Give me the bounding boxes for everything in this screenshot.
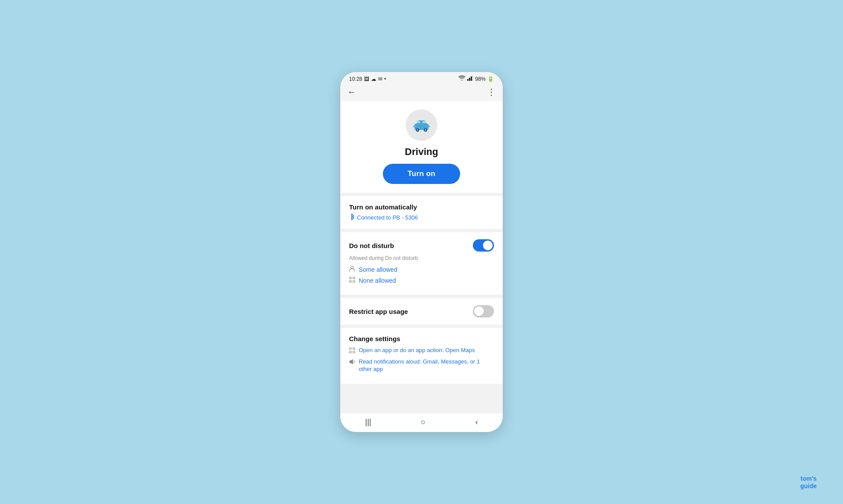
svg-rect-3: [472, 76, 473, 81]
svg-point-8: [417, 129, 418, 131]
dnd-title: Do not disturb: [349, 242, 394, 249]
read-notifications-item[interactable]: Read notifications aloud: Gmail, Message…: [349, 358, 494, 373]
status-right: 98% 🔋: [458, 76, 494, 82]
apps-icon-settings: [349, 347, 355, 355]
svg-rect-11: [413, 126, 415, 127]
svg-point-13: [351, 266, 353, 269]
svg-rect-12: [428, 126, 430, 127]
watermark: tom's guide: [800, 475, 817, 490]
dnd-header: Do not disturb: [349, 239, 494, 252]
dnd-toggle[interactable]: [473, 239, 494, 252]
home-button[interactable]: ○: [421, 418, 426, 427]
svg-rect-2: [471, 76, 472, 81]
open-app-text: Open an app or do an app action: Open Ma…: [359, 347, 475, 354]
signal-icon: [467, 76, 473, 82]
watermark-line2: guide: [800, 482, 817, 490]
svg-rect-15: [353, 277, 355, 279]
bluetooth-device-text: Connected to PB - 5306: [357, 214, 418, 221]
svg-rect-6: [422, 121, 426, 123]
svg-rect-21: [353, 351, 355, 353]
svg-rect-22: [349, 360, 351, 363]
person-icon: [349, 266, 355, 273]
apps-icon-dnd: [349, 277, 355, 284]
recents-button[interactable]: |||: [365, 418, 371, 427]
status-bar: 10:28 🖼 ☁ ✉ •: [340, 72, 503, 84]
hero-section: Driving Turn on: [340, 101, 503, 193]
restrict-row: Restrict app usage: [349, 305, 494, 317]
svg-rect-0: [467, 79, 468, 81]
svg-rect-17: [353, 281, 355, 282]
none-allowed-text: None allowed: [359, 277, 396, 284]
wifi-icon: [458, 76, 465, 82]
dot-indicator: •: [384, 76, 386, 82]
page-title: Driving: [405, 146, 438, 158]
turn-on-button[interactable]: Turn on: [383, 164, 460, 184]
car-icon-wrapper: [406, 109, 437, 141]
dnd-subtitle: Allowed during Do not disturb: [349, 255, 494, 261]
svg-rect-16: [349, 281, 351, 282]
status-left: 10:28 🖼 ☁ ✉ •: [349, 76, 386, 82]
watermark-line1: tom's: [800, 475, 817, 482]
svg-rect-19: [353, 348, 355, 349]
bluetooth-row[interactable]: Connected to PB - 5306: [349, 213, 494, 222]
change-settings-title: Change settings: [349, 335, 494, 342]
svg-point-10: [425, 129, 426, 131]
time-display: 10:28: [349, 76, 362, 82]
svg-rect-18: [349, 348, 351, 349]
none-allowed-item[interactable]: None allowed: [349, 277, 494, 284]
mail-icon: ✉: [378, 76, 382, 82]
back-button[interactable]: ←: [347, 87, 356, 97]
svg-rect-1: [469, 78, 470, 81]
app-header: ← ⋮: [340, 84, 503, 101]
speaker-icon: [349, 359, 355, 366]
cloud-icon: ☁: [371, 76, 376, 82]
turn-on-automatically-title: Turn on automatically: [349, 203, 494, 211]
dnd-toggle-slider[interactable]: [473, 239, 494, 252]
change-settings-section: Change settings Open an app or do an app…: [340, 328, 503, 384]
content-area: Turn on automatically Connected to PB - …: [340, 196, 503, 413]
turn-on-automatically-section: Turn on automatically Connected to PB - …: [340, 196, 503, 229]
restrict-app-usage-section: Restrict app usage: [340, 298, 503, 324]
car-icon: [413, 116, 430, 134]
read-notifications-text: Read notifications aloud: Gmail, Message…: [359, 358, 494, 373]
photo-icon: 🖼: [364, 76, 369, 82]
back-nav-button[interactable]: ‹: [475, 418, 478, 427]
restrict-toggle-slider[interactable]: [473, 305, 494, 317]
do-not-disturb-section: Do not disturb Allowed during Do not dis…: [340, 232, 503, 295]
battery-icon: 🔋: [487, 76, 494, 82]
open-app-item[interactable]: Open an app or do an app action: Open Ma…: [349, 347, 494, 355]
svg-rect-14: [349, 277, 351, 279]
bottom-navigation: ||| ○ ‹: [340, 413, 503, 432]
svg-rect-5: [417, 121, 420, 123]
bluetooth-icon: [349, 213, 354, 222]
restrict-toggle[interactable]: [473, 305, 494, 317]
restrict-title: Restrict app usage: [349, 308, 408, 315]
some-allowed-text: Some allowed: [359, 266, 397, 273]
svg-rect-20: [349, 351, 351, 353]
more-options-button[interactable]: ⋮: [487, 86, 496, 97]
battery-text: 98%: [475, 76, 486, 82]
some-allowed-item[interactable]: Some allowed: [349, 266, 494, 273]
